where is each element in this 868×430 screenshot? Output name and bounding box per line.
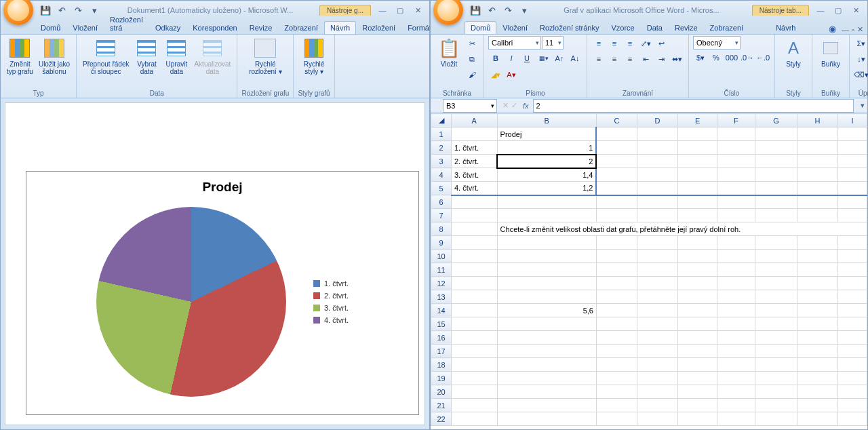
row-header[interactable]: 12: [431, 277, 452, 290]
tab-domu[interactable]: Domů: [465, 21, 496, 34]
doc-minimize-icon[interactable]: —: [842, 26, 849, 34]
switch-row-col-button[interactable]: Přepnout řádek či sloupec: [81, 36, 131, 77]
row-header[interactable]: 20: [431, 385, 452, 399]
select-all-corner[interactable]: ◢: [431, 114, 452, 128]
chart-legend[interactable]: 1. čtvrt. 2. čtvrt. 3. čtvrt. 4. čtvrt.: [313, 275, 349, 328]
font-size-combo[interactable]: 11: [542, 36, 564, 50]
tab-navrh[interactable]: Návrh: [770, 21, 802, 34]
row-header[interactable]: 6: [431, 195, 452, 209]
row-header[interactable]: 11: [431, 263, 452, 277]
cell[interactable]: 4. čtvrt.: [452, 182, 498, 195]
cell[interactable]: 1: [497, 141, 596, 155]
tab-vlozeni[interactable]: Vložení: [496, 21, 534, 34]
decrease-decimal-icon[interactable]: ←.0: [755, 50, 770, 65]
row-header[interactable]: 3: [431, 155, 452, 168]
qat-dropdown-icon[interactable]: ▾: [517, 3, 531, 17]
edit-data-button[interactable]: Upravit data: [162, 36, 191, 77]
maximize-icon[interactable]: ▢: [831, 5, 846, 16]
fill-color-button[interactable]: ◢▾: [488, 67, 503, 82]
row-header[interactable]: 19: [431, 372, 452, 385]
row-header[interactable]: 8: [431, 222, 452, 236]
copy-icon[interactable]: ⧉: [465, 52, 479, 66]
cell-selected[interactable]: 2: [497, 155, 596, 168]
minimize-icon[interactable]: —: [813, 5, 828, 16]
quick-styles-button[interactable]: Rychlé styly ▾: [300, 36, 328, 77]
row-header[interactable]: 9: [431, 236, 452, 250]
format-painter-icon[interactable]: 🖌: [465, 67, 479, 82]
tab-data[interactable]: Data: [641, 21, 669, 34]
row-header[interactable]: 16: [431, 331, 452, 345]
tab-revize[interactable]: Revize: [669, 21, 704, 34]
orientation-icon[interactable]: ⤢▾: [638, 36, 653, 51]
tab-navrh[interactable]: Návrh: [324, 21, 356, 34]
shrink-font-icon[interactable]: A↓: [568, 51, 583, 66]
align-right-icon[interactable]: ≡: [623, 52, 637, 66]
quick-layout-button[interactable]: Rychlé rozložení ▾: [247, 36, 283, 77]
grow-font-icon[interactable]: A↑: [552, 51, 567, 66]
merge-center-icon[interactable]: ⬌▾: [669, 52, 684, 66]
font-color-button[interactable]: A▾: [504, 67, 519, 82]
clear-icon[interactable]: ⌫▾: [854, 67, 868, 82]
tab-revize[interactable]: Revize: [243, 21, 279, 34]
font-name-combo[interactable]: Calibri: [488, 36, 541, 50]
cancel-formula-icon[interactable]: ✕: [502, 101, 509, 110]
percent-icon[interactable]: %: [709, 50, 724, 65]
excel-context-tab[interactable]: Nástroje tab...: [752, 5, 809, 16]
undo-icon[interactable]: ↶: [55, 3, 68, 17]
row-header[interactable]: 22: [431, 412, 452, 426]
enter-formula-icon[interactable]: ✓: [511, 101, 517, 110]
tab-vzorce[interactable]: Vzorce: [605, 21, 640, 34]
border-button[interactable]: ▦▾: [536, 51, 551, 66]
cell[interactable]: 5,6: [497, 304, 596, 317]
row-header[interactable]: 1: [431, 128, 452, 141]
help-icon[interactable]: ◉: [829, 24, 836, 34]
close-icon[interactable]: ✕: [410, 5, 425, 16]
row-header[interactable]: 14: [431, 304, 452, 317]
number-format-combo[interactable]: Obecný: [693, 36, 741, 50]
minimize-icon[interactable]: —: [375, 5, 390, 16]
formula-input[interactable]: 2: [533, 99, 854, 113]
doc-restore-icon[interactable]: ▫: [852, 26, 854, 34]
row-header[interactable]: 17: [431, 345, 452, 358]
cell[interactable]: 1,4: [497, 168, 596, 182]
styles-button[interactable]: AStyly: [779, 36, 808, 69]
tab-vlozeni[interactable]: Vložení: [66, 21, 104, 34]
cell[interactable]: 1,2: [497, 182, 596, 195]
row-header[interactable]: 7: [431, 209, 452, 222]
bold-button[interactable]: B: [488, 51, 503, 66]
align-middle-icon[interactable]: ≡: [607, 36, 622, 51]
tab-zobrazeni[interactable]: Zobrazení: [278, 21, 324, 34]
cell[interactable]: [452, 128, 498, 141]
cell[interactable]: 2. čtvrt.: [452, 155, 498, 168]
redo-icon[interactable]: ↷: [71, 3, 85, 17]
fill-icon[interactable]: ↓▾: [854, 52, 868, 66]
comma-icon[interactable]: 000: [724, 50, 739, 65]
tab-odkazy[interactable]: Odkazy: [149, 21, 186, 34]
col-header[interactable]: I: [838, 114, 867, 128]
tab-rozlozeni-stranky[interactable]: Rozložení strá: [104, 13, 149, 34]
italic-button[interactable]: I: [504, 51, 519, 66]
cells-button[interactable]: Buňky: [816, 36, 845, 69]
spreadsheet-grid[interactable]: ◢ A B C D E F G H I 1Prodej 21. čtvrt.1 …: [431, 113, 867, 429]
cell[interactable]: 1. čtvrt.: [452, 141, 498, 155]
undo-icon[interactable]: ↶: [485, 3, 498, 17]
col-header[interactable]: C: [596, 114, 637, 128]
row-header[interactable]: 13: [431, 290, 452, 304]
tab-rozlozeni-stranky[interactable]: Rozložení stránky: [534, 21, 605, 34]
col-header[interactable]: D: [637, 114, 678, 128]
wrap-text-icon[interactable]: ↩: [654, 36, 669, 51]
col-header[interactable]: A: [452, 114, 498, 128]
close-icon[interactable]: ✕: [848, 5, 863, 16]
col-header[interactable]: B: [497, 114, 596, 128]
save-icon[interactable]: 💾: [469, 3, 482, 17]
expand-formula-icon[interactable]: ▾: [858, 101, 867, 110]
change-chart-type-button[interactable]: Změnit typ grafu: [5, 36, 35, 77]
col-header[interactable]: F: [717, 114, 755, 128]
save-as-template-button[interactable]: Uložit jako šablonu: [37, 36, 72, 77]
row-header[interactable]: 18: [431, 358, 452, 372]
doc-close-icon[interactable]: ✕: [857, 25, 863, 34]
cell[interactable]: Prodej: [497, 128, 596, 141]
word-document-area[interactable]: Prodej 1. čtvrt. 2. čtvrt. 3. čtvrt. 4. …: [5, 102, 425, 425]
fx-icon[interactable]: fx: [523, 102, 533, 110]
pie-chart-plot[interactable]: [96, 207, 286, 397]
